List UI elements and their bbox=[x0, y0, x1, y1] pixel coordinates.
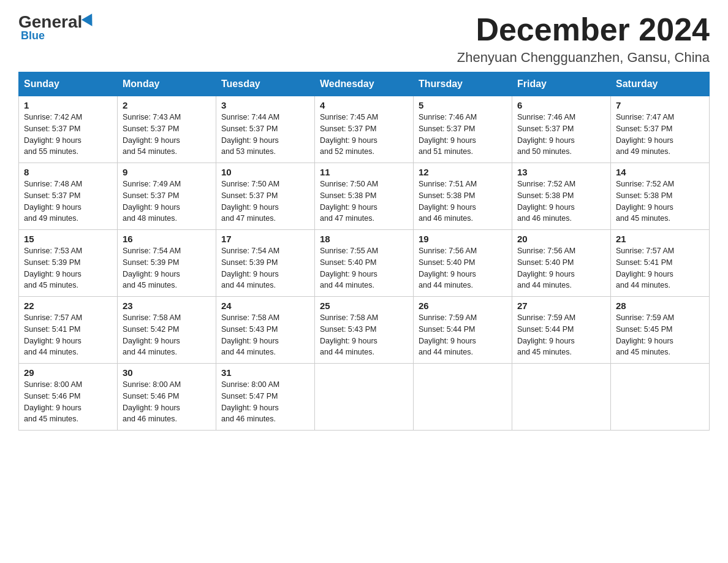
day-info: Sunrise: 7:58 AMSunset: 5:42 PMDaylight:… bbox=[123, 313, 181, 356]
day-number: 18 bbox=[320, 234, 408, 244]
day-number: 27 bbox=[517, 301, 605, 311]
day-info: Sunrise: 7:55 AMSunset: 5:40 PMDaylight:… bbox=[320, 247, 378, 289]
day-info: Sunrise: 7:43 AMSunset: 5:37 PMDaylight:… bbox=[123, 113, 181, 156]
table-row: 3 Sunrise: 7:44 AMSunset: 5:37 PMDayligh… bbox=[216, 96, 315, 163]
day-number: 10 bbox=[221, 167, 309, 177]
day-info: Sunrise: 8:00 AMSunset: 5:47 PMDaylight:… bbox=[221, 380, 279, 423]
day-number: 20 bbox=[517, 234, 605, 244]
day-number: 4 bbox=[320, 100, 408, 110]
day-info: Sunrise: 7:42 AMSunset: 5:37 PMDaylight:… bbox=[24, 113, 82, 156]
title-area: December 2024 Zhenyuan Chengguanzhen, Ga… bbox=[457, 12, 710, 66]
day-info: Sunrise: 7:45 AMSunset: 5:37 PMDaylight:… bbox=[320, 113, 378, 156]
table-row: 1 Sunrise: 7:42 AMSunset: 5:37 PMDayligh… bbox=[19, 96, 118, 163]
month-year-title: December 2024 bbox=[457, 12, 710, 47]
table-row: 29 Sunrise: 8:00 AMSunset: 5:46 PMDaylig… bbox=[19, 364, 118, 431]
col-friday: Friday bbox=[512, 72, 611, 96]
day-info: Sunrise: 7:46 AMSunset: 5:37 PMDaylight:… bbox=[517, 113, 575, 156]
day-number: 23 bbox=[123, 301, 211, 311]
col-sunday: Sunday bbox=[19, 72, 118, 96]
table-row: 20 Sunrise: 7:56 AMSunset: 5:40 PMDaylig… bbox=[512, 230, 611, 297]
day-info: Sunrise: 7:54 AMSunset: 5:39 PMDaylight:… bbox=[123, 247, 181, 289]
day-info: Sunrise: 7:46 AMSunset: 5:37 PMDaylight:… bbox=[419, 113, 477, 156]
table-row: 7 Sunrise: 7:47 AMSunset: 5:37 PMDayligh… bbox=[611, 96, 710, 163]
table-row: 11 Sunrise: 7:50 AMSunset: 5:38 PMDaylig… bbox=[315, 163, 414, 230]
day-info: Sunrise: 7:47 AMSunset: 5:37 PMDaylight:… bbox=[616, 113, 674, 156]
day-info: Sunrise: 7:57 AMSunset: 5:41 PMDaylight:… bbox=[616, 247, 674, 289]
day-number: 1 bbox=[24, 100, 112, 110]
table-row: 2 Sunrise: 7:43 AMSunset: 5:37 PMDayligh… bbox=[118, 96, 216, 163]
day-number: 8 bbox=[24, 167, 112, 177]
day-number: 12 bbox=[419, 167, 507, 177]
day-number: 31 bbox=[221, 367, 309, 378]
day-info: Sunrise: 7:51 AMSunset: 5:38 PMDaylight:… bbox=[419, 180, 477, 223]
logo-blue-text: Blue bbox=[21, 29, 45, 42]
table-row: 24 Sunrise: 7:58 AMSunset: 5:43 PMDaylig… bbox=[216, 297, 315, 364]
day-number: 17 bbox=[221, 234, 309, 244]
table-row: 12 Sunrise: 7:51 AMSunset: 5:38 PMDaylig… bbox=[414, 163, 512, 230]
table-row: 10 Sunrise: 7:50 AMSunset: 5:37 PMDaylig… bbox=[216, 163, 315, 230]
day-info: Sunrise: 7:58 AMSunset: 5:43 PMDaylight:… bbox=[221, 313, 279, 356]
table-row: 18 Sunrise: 7:55 AMSunset: 5:40 PMDaylig… bbox=[315, 230, 414, 297]
table-row: 27 Sunrise: 7:59 AMSunset: 5:44 PMDaylig… bbox=[512, 297, 611, 364]
day-number: 7 bbox=[616, 100, 704, 110]
day-number: 13 bbox=[517, 167, 605, 177]
table-row: 31 Sunrise: 8:00 AMSunset: 5:47 PMDaylig… bbox=[216, 364, 315, 431]
page-header: General Blue December 2024 Zhenyuan Chen… bbox=[18, 12, 710, 66]
table-row: 6 Sunrise: 7:46 AMSunset: 5:37 PMDayligh… bbox=[512, 96, 611, 163]
table-row: 28 Sunrise: 7:59 AMSunset: 5:45 PMDaylig… bbox=[611, 297, 710, 364]
table-row bbox=[414, 364, 512, 431]
col-thursday: Thursday bbox=[414, 72, 512, 96]
day-info: Sunrise: 8:00 AMSunset: 5:46 PMDaylight:… bbox=[24, 380, 82, 423]
table-row: 23 Sunrise: 7:58 AMSunset: 5:42 PMDaylig… bbox=[118, 297, 216, 364]
calendar-table: Sunday Monday Tuesday Wednesday Thursday… bbox=[18, 72, 710, 431]
col-wednesday: Wednesday bbox=[315, 72, 414, 96]
day-number: 14 bbox=[616, 167, 704, 177]
table-row bbox=[315, 364, 414, 431]
table-row: 17 Sunrise: 7:54 AMSunset: 5:39 PMDaylig… bbox=[216, 230, 315, 297]
col-monday: Monday bbox=[118, 72, 216, 96]
table-row: 26 Sunrise: 7:59 AMSunset: 5:44 PMDaylig… bbox=[414, 297, 512, 364]
day-number: 24 bbox=[221, 301, 309, 311]
table-row: 21 Sunrise: 7:57 AMSunset: 5:41 PMDaylig… bbox=[611, 230, 710, 297]
day-info: Sunrise: 7:57 AMSunset: 5:41 PMDaylight:… bbox=[24, 313, 82, 356]
table-row: 30 Sunrise: 8:00 AMSunset: 5:46 PMDaylig… bbox=[118, 364, 216, 431]
day-number: 15 bbox=[24, 234, 112, 244]
col-saturday: Saturday bbox=[611, 72, 710, 96]
day-info: Sunrise: 8:00 AMSunset: 5:46 PMDaylight:… bbox=[123, 380, 181, 423]
table-row: 9 Sunrise: 7:49 AMSunset: 5:37 PMDayligh… bbox=[118, 163, 216, 230]
day-info: Sunrise: 7:59 AMSunset: 5:44 PMDaylight:… bbox=[419, 313, 477, 356]
day-number: 11 bbox=[320, 167, 408, 177]
day-info: Sunrise: 7:52 AMSunset: 5:38 PMDaylight:… bbox=[616, 180, 674, 223]
day-info: Sunrise: 7:52 AMSunset: 5:38 PMDaylight:… bbox=[517, 180, 575, 223]
table-row: 5 Sunrise: 7:46 AMSunset: 5:37 PMDayligh… bbox=[414, 96, 512, 163]
day-info: Sunrise: 7:54 AMSunset: 5:39 PMDaylight:… bbox=[221, 247, 279, 289]
table-row: 25 Sunrise: 7:58 AMSunset: 5:43 PMDaylig… bbox=[315, 297, 414, 364]
day-number: 5 bbox=[419, 100, 507, 110]
day-info: Sunrise: 7:44 AMSunset: 5:37 PMDaylight:… bbox=[221, 113, 279, 156]
day-number: 22 bbox=[24, 301, 112, 311]
day-number: 16 bbox=[123, 234, 211, 244]
day-number: 29 bbox=[24, 367, 112, 378]
table-row: 13 Sunrise: 7:52 AMSunset: 5:38 PMDaylig… bbox=[512, 163, 611, 230]
calendar-week-row: 22 Sunrise: 7:57 AMSunset: 5:41 PMDaylig… bbox=[19, 297, 710, 364]
day-number: 30 bbox=[123, 367, 211, 378]
calendar-week-row: 1 Sunrise: 7:42 AMSunset: 5:37 PMDayligh… bbox=[19, 96, 710, 163]
table-row bbox=[611, 364, 710, 431]
table-row: 16 Sunrise: 7:54 AMSunset: 5:39 PMDaylig… bbox=[118, 230, 216, 297]
day-number: 9 bbox=[123, 167, 211, 177]
day-number: 21 bbox=[616, 234, 704, 244]
day-info: Sunrise: 7:56 AMSunset: 5:40 PMDaylight:… bbox=[517, 247, 575, 289]
calendar-header-row: Sunday Monday Tuesday Wednesday Thursday… bbox=[19, 72, 710, 96]
day-info: Sunrise: 7:56 AMSunset: 5:40 PMDaylight:… bbox=[419, 247, 477, 289]
table-row: 15 Sunrise: 7:53 AMSunset: 5:39 PMDaylig… bbox=[19, 230, 118, 297]
day-number: 6 bbox=[517, 100, 605, 110]
table-row bbox=[512, 364, 611, 431]
table-row: 4 Sunrise: 7:45 AMSunset: 5:37 PMDayligh… bbox=[315, 96, 414, 163]
calendar-week-row: 29 Sunrise: 8:00 AMSunset: 5:46 PMDaylig… bbox=[19, 364, 710, 431]
logo: General Blue bbox=[18, 12, 96, 42]
day-info: Sunrise: 7:50 AMSunset: 5:37 PMDaylight:… bbox=[221, 180, 279, 223]
table-row: 22 Sunrise: 7:57 AMSunset: 5:41 PMDaylig… bbox=[19, 297, 118, 364]
day-number: 28 bbox=[616, 301, 704, 311]
day-info: Sunrise: 7:48 AMSunset: 5:37 PMDaylight:… bbox=[24, 180, 82, 223]
day-number: 19 bbox=[419, 234, 507, 244]
